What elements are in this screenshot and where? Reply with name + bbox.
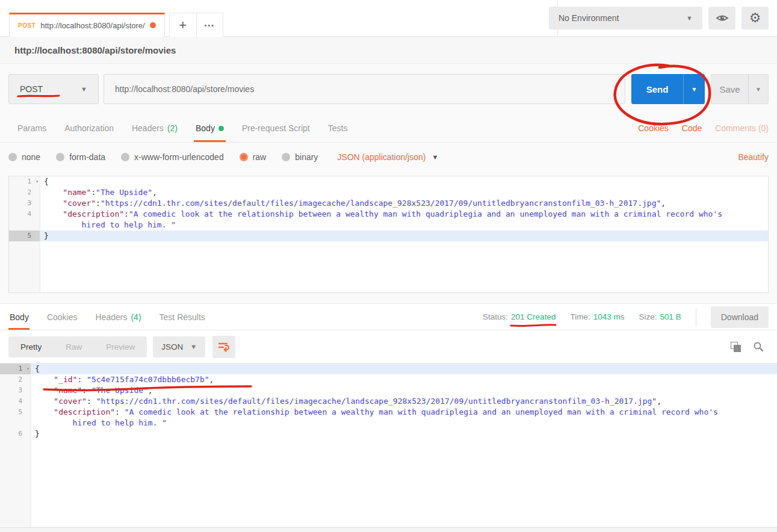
annotation-post-underline [17,93,61,99]
tab-response-headers-label: Headers [96,312,128,322]
response-format-select[interactable]: JSON ▼ [153,336,205,357]
code-link[interactable]: Code [682,123,702,133]
body-filled-dot [218,126,224,131]
chevron-down-icon: ▼ [686,14,693,22]
line-number: 3 [9,198,40,209]
chevron-down-icon: ▼ [190,343,197,350]
copy-icon[interactable] [731,342,741,352]
chevron-down-icon: ▼ [692,86,698,93]
environment-quicklook-button[interactable] [708,7,735,29]
line-number: 5 [0,407,31,418]
view-pretty[interactable]: Pretty [8,336,54,357]
tab-authorization[interactable]: Authorization [55,114,123,142]
request-builder-bar: POST ▼ http://localhost:8080/api/store/m… [0,64,777,114]
beautify-link[interactable]: Beautify [738,152,769,162]
line-number: 1▾ [0,363,31,374]
tab-options-button[interactable]: ••• [196,13,223,37]
size-label: Size: [639,312,657,321]
editor-empty-area [9,241,768,292]
tab-params-label: Params [17,123,46,133]
time-value: 1043 ms [593,312,625,321]
tab-headers[interactable]: Headers (2) [123,114,187,142]
tab-pre-request-label: Pre-request Script [242,123,310,133]
settings-button[interactable]: ⚙ [741,7,769,29]
tab-tests[interactable]: Tests [319,114,357,142]
chevron-down-icon: ▼ [81,85,87,93]
save-button[interactable]: Save [711,74,748,104]
code-line: 2 "_id": "5c4e715fa74c07dbbb6ecb7b", [0,374,777,385]
status-value: 201 Created [511,312,556,321]
eye-icon [716,13,729,23]
tab-test-results[interactable]: Test Results [150,304,214,330]
url-input[interactable]: http://localhost:8080/api/store/movies [104,74,625,104]
response-format-value: JSON [161,342,183,351]
view-raw[interactable]: Raw [54,336,94,357]
status-label: Status: [483,312,508,321]
save-options-button[interactable]: ▼ [748,74,769,104]
request-body-editor[interactable]: 1▾{2 "name":"The Upside",3 "cover":"http… [8,176,769,293]
response-controls: PrettyRawPreview JSON ▼ [0,330,777,363]
content-type-value: JSON (application/json) [337,152,426,162]
code-line: 1▾{ [9,176,768,187]
body-type-binary[interactable]: binary [282,152,318,162]
tab-response-body[interactable]: Body [8,304,38,330]
request-title: http://localhost:8080/api/store/movies [14,45,176,55]
tab-response-headers[interactable]: Headers (4) [87,304,150,330]
section-divider [0,293,777,304]
line-number: 2 [9,187,40,198]
environment-select[interactable]: No Environment ▼ [549,7,702,29]
code-line: hired to help him. " [0,418,777,428]
send-options-button[interactable]: ▼ [683,74,705,104]
body-type-form-data[interactable]: form-data [56,152,105,162]
fold-icon[interactable]: ▾ [36,176,39,187]
radio-icon [240,153,248,161]
status-footer [0,527,777,532]
line-number [0,418,31,428]
unsaved-changes-dot [150,22,156,28]
fold-icon[interactable]: ▾ [26,363,29,374]
comments-link[interactable]: Comments (0) [715,123,769,133]
tab-params[interactable]: Params [8,114,55,142]
tab-body[interactable]: Body [187,114,233,142]
wrap-text-button[interactable] [212,336,235,358]
gear-icon: ⚙ [749,11,761,25]
time-group: Time: 1043 ms [570,312,624,321]
view-preview[interactable]: Preview [94,336,147,357]
meta-divider [696,308,696,326]
tab-pre-request-script[interactable]: Pre-request Script [233,114,319,142]
body-type-x-www-form-urlencoded[interactable]: x-www-form-urlencoded [121,152,224,162]
line-number: 4 [9,209,40,220]
chevron-down-icon: ▼ [432,153,438,161]
body-type-none[interactable]: none [8,152,40,162]
radio-icon [282,153,290,161]
app-header: POST http://localhost:8080/api/store/ + … [0,0,777,37]
code-line: 3 "cover":"https://cdn1.thr.com/sites/de… [9,198,768,209]
save-button-group: Save ▼ [711,74,769,104]
code-line: 4 "cover": "https://cdn1.thr.com/sites/d… [0,396,777,407]
code-line: 6} [0,428,777,439]
send-button-group: Send ▼ [631,74,705,104]
body-type-raw[interactable]: raw [240,152,267,162]
request-tabs: Params Authorization Headers (2) Body Pr… [0,114,777,143]
new-tab-button[interactable]: + [169,13,196,37]
download-button[interactable]: Download [711,306,769,328]
tab-headers-label: Headers [132,123,164,133]
content-type-select[interactable]: JSON (application/json) ▼ [337,152,438,162]
body-type-label: x-www-form-urlencoded [134,152,224,162]
tab-response-body-label: Body [10,312,29,322]
status-group: Status: 201 Created [483,312,556,321]
response-view-switcher: PrettyRawPreview [8,336,147,357]
response-body-editor[interactable]: 1▾{2 "_id": "5c4e715fa74c07dbbb6ecb7b",3… [0,363,777,527]
line-number: 4 [0,396,31,407]
cookies-link[interactable]: Cookies [638,123,669,133]
line-number: 2 [0,374,31,385]
line-number: 5 [9,230,40,241]
request-tabstrip: POST http://localhost:8080/api/store/ + … [9,13,223,37]
send-button[interactable]: Send [631,74,683,104]
method-select[interactable]: POST ▼ [8,74,99,104]
code-line: hired to help him. " [9,220,768,230]
tab-response-cookies[interactable]: Cookies [38,304,87,330]
search-icon[interactable] [753,341,764,352]
body-type-label: none [22,152,40,162]
request-tab[interactable]: POST http://localhost:8080/api/store/ [9,13,165,37]
